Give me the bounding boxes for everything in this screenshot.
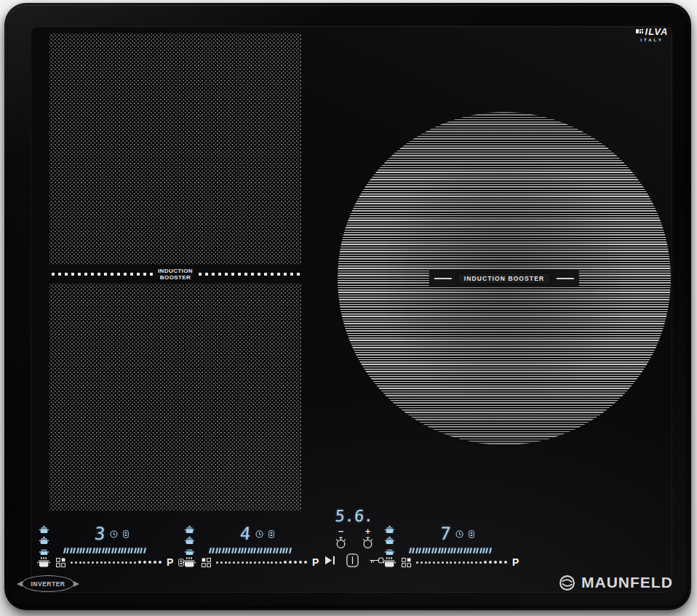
slider-dot bbox=[75, 561, 77, 564]
slider-dot bbox=[450, 561, 452, 564]
scale-tick bbox=[66, 548, 69, 553]
slider-dot bbox=[437, 561, 439, 564]
slider-dot bbox=[454, 561, 456, 564]
scale-tick bbox=[253, 548, 256, 553]
slider-dot bbox=[71, 561, 73, 564]
pot-indicator-icon bbox=[268, 530, 274, 538]
scale-tick bbox=[418, 548, 421, 553]
timer-clock-icon bbox=[455, 530, 463, 538]
slider-dot bbox=[467, 561, 469, 564]
scale-tick bbox=[489, 548, 492, 553]
scale-tick bbox=[263, 548, 266, 553]
boost-label[interactable]: P bbox=[167, 557, 173, 567]
boil-pan-icon[interactable] bbox=[185, 548, 194, 556]
slider-dot bbox=[100, 561, 103, 564]
power-slider[interactable] bbox=[216, 561, 307, 564]
scale-tick bbox=[130, 548, 133, 553]
pause-resume-icon[interactable] bbox=[324, 556, 335, 565]
boost-label[interactable]: P bbox=[512, 557, 519, 567]
slider-dot bbox=[216, 561, 218, 564]
scale-tick bbox=[285, 548, 288, 553]
simmer-pot-icon[interactable] bbox=[39, 537, 49, 545]
scale-tick bbox=[444, 548, 447, 553]
scale-tick bbox=[222, 548, 225, 553]
scale-tick bbox=[118, 548, 121, 553]
slider-dot bbox=[237, 561, 239, 564]
plus-sign: + bbox=[365, 527, 371, 536]
flex-bridge-icon[interactable] bbox=[202, 558, 211, 567]
power-level-display: 7 bbox=[439, 525, 452, 543]
slider-dot bbox=[299, 561, 302, 564]
timer-clock-icon bbox=[255, 530, 263, 538]
induction-booster-badge: INDUCTION BOOSTER bbox=[429, 271, 579, 287]
slider-dot bbox=[275, 561, 277, 564]
ilva-logo-mark-icon bbox=[636, 28, 644, 35]
flex-bridge-icon[interactable] bbox=[402, 558, 411, 567]
slider-dot bbox=[246, 561, 248, 564]
slider-dot bbox=[87, 561, 89, 564]
scale-tick bbox=[218, 548, 221, 553]
power-button[interactable] bbox=[346, 553, 359, 567]
flex-bridge-icon[interactable] bbox=[56, 558, 65, 567]
round-booster-label: INDUCTION BOOSTER bbox=[458, 273, 551, 284]
scale-tick bbox=[76, 548, 79, 553]
scale-tick bbox=[124, 548, 127, 553]
slider-dot bbox=[79, 561, 81, 564]
slider-dot bbox=[471, 561, 473, 564]
ilva-logo: ILVA ITALY bbox=[627, 26, 677, 42]
zone-control-right: 7 P bbox=[379, 525, 528, 572]
auto-mode-keys[interactable] bbox=[39, 526, 49, 556]
slider-dot bbox=[416, 561, 418, 564]
auto-mode-keys[interactable] bbox=[385, 526, 394, 556]
scale-tick bbox=[98, 548, 101, 553]
flex-cooking-zone: INDUCTION BOOSTER bbox=[49, 33, 301, 511]
slider-dot bbox=[138, 561, 141, 564]
simmer-pot-icon[interactable] bbox=[385, 537, 394, 545]
minus-sign: − bbox=[338, 527, 344, 536]
slider-dot bbox=[271, 561, 273, 564]
level-scale[interactable] bbox=[64, 548, 146, 553]
power-slider[interactable] bbox=[71, 561, 162, 564]
slider-dot bbox=[489, 561, 492, 564]
scale-tick bbox=[92, 548, 95, 553]
slider-dot bbox=[125, 561, 127, 564]
cooking-pot-icon bbox=[383, 557, 397, 567]
divider-dots-left bbox=[51, 272, 153, 276]
slider-dot bbox=[258, 561, 260, 564]
scale-tick bbox=[234, 548, 237, 553]
boil-pan-icon[interactable] bbox=[385, 548, 394, 556]
slider-dot bbox=[130, 561, 132, 564]
warm-pot-icon[interactable] bbox=[39, 526, 49, 534]
boil-pan-icon[interactable] bbox=[39, 548, 49, 556]
maunfeld-logo: MAUNFELD bbox=[559, 574, 673, 591]
scale-tick bbox=[469, 548, 472, 553]
timer-plus-button[interactable]: + bbox=[362, 527, 373, 549]
slider-dot bbox=[143, 561, 146, 564]
slider-dot bbox=[284, 561, 287, 564]
slider-dot bbox=[117, 561, 119, 564]
level-scale[interactable] bbox=[210, 548, 291, 553]
power-slider[interactable] bbox=[416, 561, 507, 564]
badge-line-right bbox=[557, 278, 574, 279]
simmer-pot-icon[interactable] bbox=[185, 537, 194, 545]
scale-tick bbox=[453, 548, 456, 553]
inverter-badge-text: INVERTER bbox=[31, 580, 65, 588]
slider-dot bbox=[267, 561, 269, 564]
auto-mode-keys[interactable] bbox=[185, 526, 194, 556]
slider-dot bbox=[104, 561, 106, 564]
slider-dot bbox=[92, 561, 94, 564]
scale-tick bbox=[269, 548, 272, 553]
warm-pot-icon[interactable] bbox=[185, 526, 194, 534]
timer-minus-button[interactable]: − bbox=[335, 527, 346, 549]
scale-tick bbox=[140, 548, 143, 553]
level-scale[interactable] bbox=[410, 548, 491, 553]
warm-pot-icon[interactable] bbox=[385, 526, 394, 534]
slider-dot bbox=[442, 561, 444, 564]
slider-dot bbox=[504, 561, 507, 564]
timer-display: 5.6. bbox=[317, 508, 391, 524]
slider-dot bbox=[113, 561, 115, 564]
slider-dot bbox=[433, 561, 435, 564]
stopwatch-icon bbox=[362, 537, 373, 549]
zone-control-rear-left: 4 P bbox=[179, 525, 328, 572]
scale-tick bbox=[279, 548, 282, 553]
